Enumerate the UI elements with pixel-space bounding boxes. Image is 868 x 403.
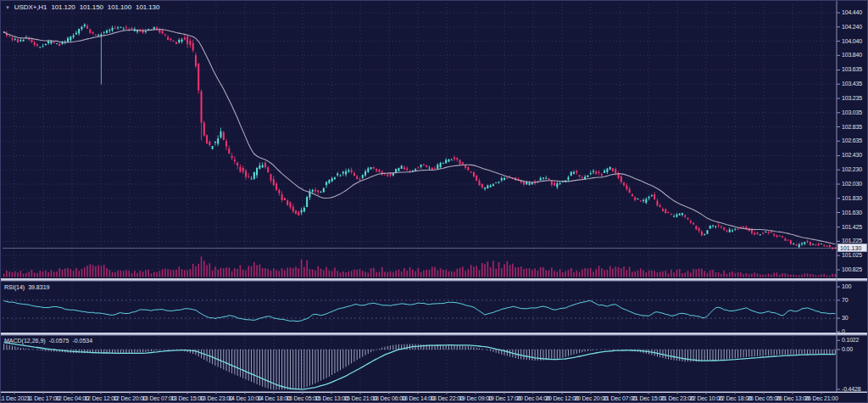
axis-tick-label: 0.00 [842, 346, 853, 353]
symbol-label: USDX+,H1 [14, 3, 47, 11]
axis-tick-label: 102.635 [842, 137, 862, 144]
axis-tick-label: 103.840 [842, 52, 862, 59]
quote-open: 101.120 [51, 3, 75, 11]
axis-tick-label: -0.4428 [842, 386, 860, 393]
quote-close: 101.130 [136, 3, 159, 11]
rsi-name: RSI(14) [4, 284, 25, 290]
rsi-value: 39.8319 [28, 284, 49, 290]
axis-tick-label: 101.025 [842, 252, 862, 259]
rsi-axis[interactable]: 10070300 [837, 281, 868, 333]
axis-tick-label: 102.430 [842, 152, 862, 159]
macd-main-value: -0.0575 [49, 338, 70, 344]
quote-low: 101.100 [108, 3, 131, 11]
axis-tick-label: 102.835 [842, 124, 862, 131]
axis-tick-label: 0.1022 [842, 337, 859, 344]
axis-tick-label: 70 [842, 297, 848, 304]
axis-tick-label: 104.440 [842, 9, 862, 16]
axis-tick-label: 101.425 [842, 224, 862, 231]
rsi-indicator-label: RSI(14) 39.8319 [4, 284, 49, 290]
axis-tick-label: 30 [842, 315, 848, 322]
axis-tick-label: 102.030 [842, 181, 862, 188]
axis-tick-label: 101.830 [842, 195, 862, 202]
axis-tick-label: 100.825 [842, 266, 862, 273]
axis-tick-label: 103.435 [842, 81, 862, 87]
axis-tick-label: 102.230 [842, 166, 862, 173]
axis-tick-label: 26 Dec 21:00 [804, 395, 837, 402]
symbol-dropdown-icon[interactable]: ▼ [5, 4, 10, 11]
axis-tick-label: 11 Dec 2023 [0, 395, 30, 402]
axis-tick-label: 104.040 [842, 38, 862, 45]
axis-tick-label: 101.630 [842, 210, 862, 216]
macd-axis[interactable]: 0.10220.00-0.4428 [837, 333, 868, 393]
axis-tick-label: 100 [842, 283, 851, 290]
axis-tick-label: 103.635 [842, 66, 862, 73]
chart-title-bar: ▼ USDX+,H1 101.120 101.150 101.100 101.1… [5, 3, 159, 11]
axis-tick-label: 103.235 [842, 95, 862, 102]
trading-chart-window: ▼ USDX+,H1 101.120 101.150 101.100 101.1… [0, 0, 868, 403]
macd-name: MACD(12,26,9) [4, 338, 46, 344]
quote-high: 101.150 [80, 3, 103, 11]
time-axis[interactable]: 11 Dec 202311 Dec 17:0012 Dec 04:0012 De… [1, 393, 868, 403]
price-axis[interactable]: 104.440104.240104.040103.840103.635103.4… [837, 1, 868, 281]
axis-tick-label: 103.035 [842, 109, 862, 116]
macd-signal-value: -0.0534 [72, 338, 92, 344]
current-price-badge: 101.130 [837, 243, 867, 252]
chart-canvas[interactable] [1, 1, 868, 403]
macd-indicator-label: MACD(12,26,9) -0.0575 -0.0534 [4, 338, 92, 344]
axis-tick-label: 104.240 [842, 24, 862, 31]
